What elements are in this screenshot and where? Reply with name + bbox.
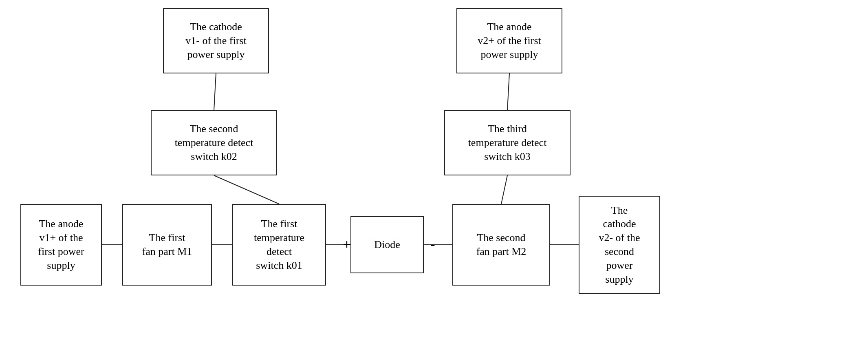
plus-symbol: + bbox=[341, 237, 353, 252]
second-temp-switch-box: The second temperature detect switch k02 bbox=[151, 110, 277, 175]
first-temp-switch-box: The first temperature detect switch k01 bbox=[232, 204, 326, 286]
minus-symbol: - bbox=[427, 237, 439, 252]
third-temp-switch-box: The third temperature detect switch k03 bbox=[444, 110, 571, 175]
cathode-v1-label: The cathode v1- of the first power suppl… bbox=[185, 20, 246, 61]
diode-box: Diode bbox=[350, 216, 424, 273]
svg-line-1 bbox=[507, 73, 509, 110]
anode-v2-box: The anode v2+ of the first power supply bbox=[456, 8, 562, 73]
anode-v1-label: The anode v1+ of the first power supply bbox=[38, 217, 84, 272]
svg-line-2 bbox=[214, 175, 279, 204]
svg-line-0 bbox=[214, 73, 216, 110]
connection-lines bbox=[0, 0, 868, 339]
second-temp-switch-label: The second temperature detect switch k02 bbox=[175, 122, 253, 163]
second-fan-box: The second fan part M2 bbox=[452, 204, 550, 286]
anode-v1-box: The anode v1+ of the first power supply bbox=[20, 204, 102, 286]
second-fan-label: The second fan part M2 bbox=[476, 231, 527, 259]
circuit-diagram: The cathode v1- of the first power suppl… bbox=[0, 0, 868, 339]
svg-line-3 bbox=[501, 175, 507, 204]
anode-v2-label: The anode v2+ of the first power supply bbox=[478, 20, 541, 61]
cathode-v2-box: The cathode v2- of the second power supp… bbox=[579, 196, 660, 294]
third-temp-switch-label: The third temperature detect switch k03 bbox=[468, 122, 547, 163]
first-fan-box: The first fan part M1 bbox=[122, 204, 212, 286]
cathode-v2-label: The cathode v2- of the second power supp… bbox=[599, 204, 640, 286]
first-fan-label: The first fan part M1 bbox=[142, 231, 192, 259]
cathode-v1-box: The cathode v1- of the first power suppl… bbox=[163, 8, 269, 73]
diode-label: Diode bbox=[374, 238, 400, 252]
first-temp-switch-label: The first temperature detect switch k01 bbox=[254, 217, 304, 272]
